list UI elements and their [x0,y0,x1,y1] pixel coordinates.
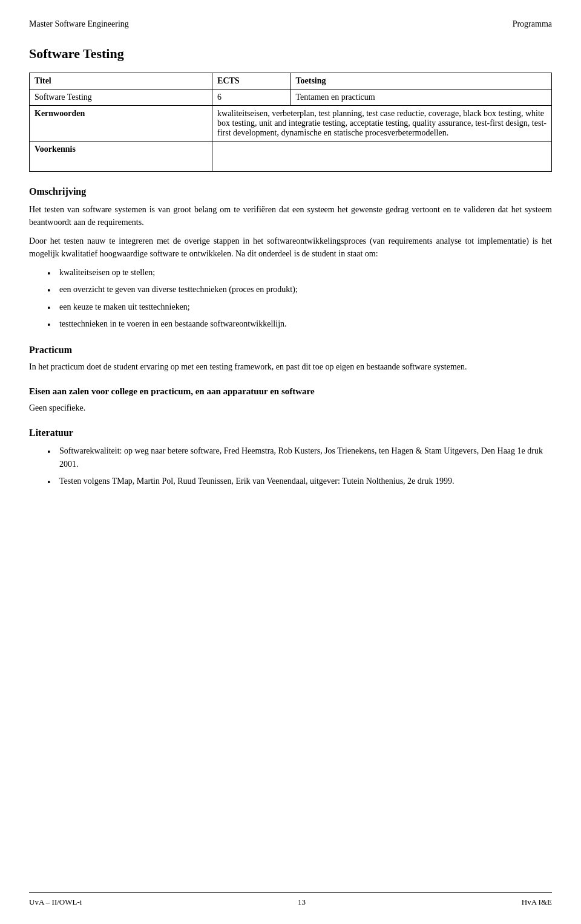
bullet-2: een overzicht te geven van diverse testt… [47,283,552,296]
info-table-container: Titel ECTS Toetsing Software Testing 6 T… [29,73,552,172]
footer-right: HvA I&E [522,897,552,907]
cell-voorkennis-label: Voorkennis [30,142,212,172]
eisen-heading: Eisen aan zalen voor college en practicu… [29,386,552,397]
page: Master Software Engineering Programma So… [0,0,581,924]
col-header-titel: Titel [30,73,212,89]
course-info-table: Titel ECTS Toetsing Software Testing 6 T… [29,73,552,172]
omschrijving-para1: Het testen van software systemen is van … [29,203,552,229]
cell-voorkennis-text [212,142,552,172]
footer-left: UvA – II/OWL-i [29,897,82,907]
col-header-ects: ECTS [212,73,290,89]
bullet-4: testtechnieken in te voeren in een besta… [47,317,552,331]
bullet-1: kwaliteitseisen op te stellen; [47,266,552,279]
table-row-kernwoorden: Kernwoorden kwaliteitseisen, verbeterpla… [30,106,552,142]
omschrijving-para2: Door het testen nauw te integreren met d… [29,235,552,260]
literatuur-heading: Literatuur [29,428,552,438]
table-row-main: Software Testing 6 Tentamen en practicum [30,89,552,106]
table-header-row: Titel ECTS Toetsing [30,73,552,89]
omschrijving-heading: Omschrijving [29,186,552,197]
literatuur-bullet-1: Softwarekwaliteit: op weg naar betere so… [47,444,552,472]
bullet-3: een keuze te maken uit testtechnieken; [47,301,552,314]
footer-page-number: 13 [298,897,306,907]
cell-kernwoorden-label: Kernwoorden [30,106,212,142]
eisen-text: Geen specifieke. [29,402,552,414]
table-row-voorkennis: Voorkennis [30,142,552,172]
practicum-heading: Practicum [29,345,552,356]
page-header: Master Software Engineering Programma [29,19,552,29]
cell-titel: Software Testing [30,89,212,106]
page-footer: UvA – II/OWL-i 13 HvA I&E [29,892,552,907]
col-header-toetsing: Toetsing [290,73,552,89]
omschrijving-bullets: kwaliteitseisen op te stellen; een overz… [47,266,552,331]
cell-ects: 6 [212,89,290,106]
header-right: Programma [513,19,552,29]
cell-kernwoorden-text: kwaliteitseisen, verbeterplan, test plan… [212,106,552,142]
page-title: Software Testing [29,46,552,62]
literatuur-bullet-2: Testen volgens TMap, Martin Pol, Ruud Te… [47,475,552,488]
literatuur-bullets: Softwarekwaliteit: op weg naar betere so… [47,444,552,489]
practicum-text: In het practicum doet de student ervarin… [29,360,552,373]
header-left: Master Software Engineering [29,19,129,29]
cell-toetsing: Tentamen en practicum [290,89,552,106]
